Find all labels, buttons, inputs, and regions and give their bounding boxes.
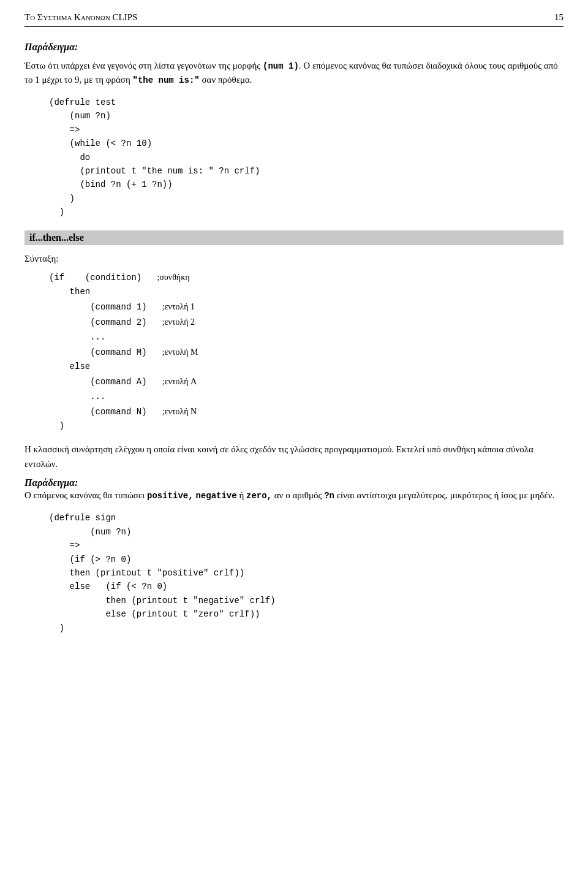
page-number: 15 [554,12,564,23]
example-intro: Ο επόμενος κανόνας θα τυπώσει positive, … [24,488,564,503]
section1-intro: Έστω ότι υπάρχει ένα γεγονός στη λίστα γ… [24,59,564,87]
keyword-negative: negative [195,491,236,501]
page-title: Το Σύστημα Κανόνων CLIPS [24,12,137,23]
section1-title: Παράδειγμα: [24,42,564,53]
keyword-positive: positive, [147,491,194,501]
section2-description: Η κλασσική συνάρτηση ελέγχου η οποία είν… [24,442,564,471]
inline-code-2: "the num is:" [132,75,199,85]
keyword-zero: zero, [246,491,272,501]
section2-header: if...then...else [24,230,564,245]
page-header: Το Σύστημα Κανόνων CLIPS 15 [24,12,564,27]
section2-code: (defrule sign (num ?n) => (if (> ?n 0) t… [49,511,564,635]
keyword-n: ?n [324,491,334,501]
inline-code-1: (num 1) [263,61,299,71]
example-title: Παράδειγμα: [24,477,564,488]
syntax-label: Σύνταξη: [24,254,564,264]
syntax-block: (if (condition) ;συνθήκη then (command 1… [49,270,564,435]
section1-code: (defrule test (num ?n) => (while (< ?n 1… [49,96,564,219]
syntax-line-1: (if (condition) ;συνθήκη then (command 1… [49,273,198,431]
